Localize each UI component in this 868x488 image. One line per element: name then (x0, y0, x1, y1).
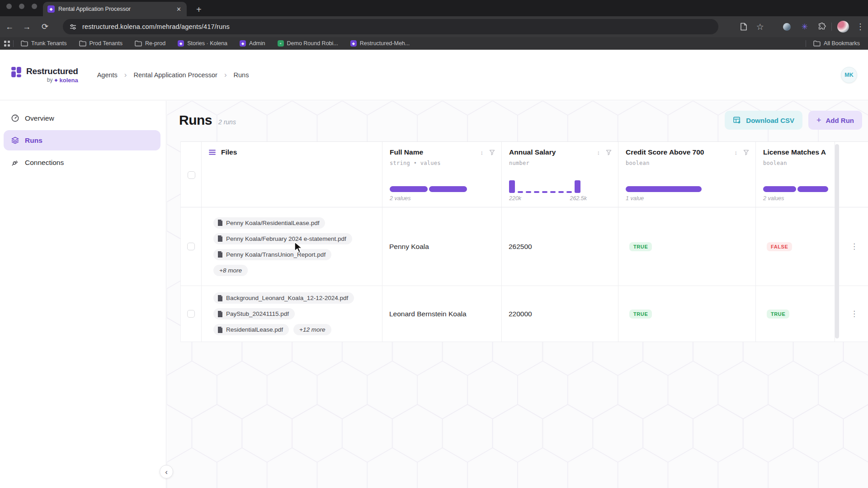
file-chip[interactable]: Background_Leonard_Koala_12-12-2024.pdf (213, 292, 354, 304)
back-button[interactable]: ← (5, 22, 14, 32)
column-type: boolean (626, 160, 749, 166)
column-header-full-name[interactable]: Full Name ↕ string • values 2 values (382, 142, 502, 207)
table-scrollbar[interactable] (835, 144, 839, 338)
filter-icon[interactable] (743, 150, 749, 155)
row-checkbox[interactable] (187, 243, 195, 250)
select-all-cell (181, 142, 202, 207)
pdf-file-icon (217, 311, 223, 317)
gauge-icon (11, 114, 19, 122)
bookmark-admin[interactable]: ◆ Admin (240, 40, 265, 47)
site-settings-icon[interactable] (69, 23, 77, 31)
sort-icon[interactable]: ↕ (597, 149, 600, 156)
column-header-credit-score[interactable]: Credit Score Above 700 ↕ boolean 1 value (618, 142, 756, 207)
files-cell: Background_Leonard_Koala_12-12-2024.pdf … (202, 286, 382, 342)
reload-button[interactable]: ⟳ (42, 22, 48, 32)
restructured-logo-icon (11, 66, 22, 78)
extensions-puzzle-icon[interactable] (818, 23, 826, 31)
kolena-gem-icon: ◆ (55, 78, 58, 82)
sidebar-item-connections[interactable]: Connections (4, 152, 160, 173)
value-count-label: 2 values (763, 195, 828, 202)
all-bookmarks-button[interactable]: All Bookmarks (813, 40, 860, 47)
pdf-file-icon (217, 251, 223, 258)
column-header-annual-salary[interactable]: Annual Salary ↕ number 220k 262 (502, 142, 618, 207)
boolean-badge-true: TRUE (767, 310, 789, 319)
sidebar-item-runs[interactable]: Runs (4, 130, 160, 150)
bookmark-restructured-meh[interactable]: ◆ Restructured-Meh... (350, 40, 410, 47)
row-actions-cell: ⋮ (840, 286, 868, 342)
main-content: Runs 2 runs Download CSV + Add Run (167, 101, 868, 488)
sidebar: Overview Runs Connections (0, 101, 166, 488)
filter-icon[interactable] (489, 150, 495, 155)
table-row[interactable]: Background_Leonard_Koala_12-12-2024.pdf … (180, 286, 868, 342)
extension-icon[interactable] (783, 23, 791, 31)
select-all-checkbox[interactable] (188, 171, 195, 179)
table-row[interactable]: Penny Koala/ResidentialLease.pdf Penny K… (180, 207, 868, 286)
apps-grid-icon[interactable] (4, 40, 10, 47)
reading-mode-icon[interactable] (740, 23, 747, 31)
row-checkbox[interactable] (187, 310, 195, 318)
window-zoom-button[interactable] (32, 4, 37, 9)
tab-favicon-icon: ◆ (47, 5, 55, 13)
bookmark-folder-trunk-tenants[interactable]: Trunk Tenants (21, 40, 67, 47)
extension-flower-icon[interactable]: ✳ (802, 22, 808, 32)
boolean-badge-false: FALSE (767, 242, 792, 251)
browser-menu-icon[interactable]: ⋮ (856, 22, 864, 32)
user-avatar[interactable]: MK (841, 67, 857, 83)
breadcrumb-separator-icon: › (124, 70, 127, 80)
browser-tab[interactable]: ◆ Rental Application Processor ✕ (43, 2, 187, 16)
bookmark-stories-kolena[interactable]: ◆ Stories · Kolena (178, 40, 227, 47)
brand-logo[interactable]: Restructured by ◆ kolena (11, 66, 78, 84)
tab-close-icon[interactable]: ✕ (175, 6, 182, 13)
row-menu-icon[interactable]: ⋮ (850, 309, 859, 319)
window-close-button[interactable] (6, 4, 12, 9)
row-select-cell (181, 207, 202, 286)
sidebar-item-overview[interactable]: Overview (4, 108, 160, 128)
column-type: string • values (390, 160, 495, 166)
file-chip[interactable]: Penny Koala/February 2024 e-statement.pd… (213, 233, 352, 244)
bookmark-demo-round-robin[interactable]: + Demo Round Robi... (278, 40, 338, 47)
row-menu-icon[interactable]: ⋮ (850, 242, 859, 251)
value-distribution-bar (626, 186, 749, 192)
page-title: Runs (179, 113, 212, 128)
window-controls[interactable] (6, 4, 37, 9)
bookmark-folder-re-prod[interactable]: Re-prod (135, 40, 165, 47)
pdf-file-icon (217, 327, 223, 333)
add-run-button[interactable]: + Add Run (808, 111, 862, 130)
kolena-favicon: ◆ (240, 40, 246, 47)
browser-profile-avatar[interactable] (837, 21, 849, 33)
sort-icon[interactable]: ↕ (735, 149, 738, 156)
url-text[interactable]: restructured.kolena.com/mehrad/agents/41… (82, 23, 230, 30)
menu-hamburger-icon[interactable] (209, 150, 216, 155)
sidebar-collapse-button[interactable]: ‹ (160, 465, 173, 479)
breadcrumb-agents[interactable]: Agents (97, 71, 118, 79)
plug-icon (11, 158, 19, 167)
file-chip[interactable]: Penny Koala/TransUnion_Report.pdf (213, 249, 331, 260)
url-bar[interactable]: restructured.kolena.com/mehrad/agents/41… (63, 19, 718, 34)
forward-button[interactable]: → (23, 22, 31, 32)
runs-count: 2 runs (218, 118, 236, 126)
bookmark-star-icon[interactable]: ☆ (756, 22, 764, 32)
column-header-license-matches[interactable]: License Matches A boolean 2 values (756, 142, 835, 207)
sort-icon[interactable]: ↕ (481, 149, 484, 156)
breadcrumb-runs[interactable]: Runs (234, 71, 249, 79)
new-tab-button[interactable]: + (196, 5, 202, 14)
breadcrumb-agent-name[interactable]: Rental Application Processor (133, 71, 217, 79)
bookmark-folder-prod-tenants[interactable]: Prod Tenants (79, 40, 123, 47)
window-minimize-button[interactable] (19, 4, 24, 9)
more-files-chip[interactable]: +12 more (293, 324, 331, 335)
value-distribution-bar (390, 186, 495, 192)
chevron-left-icon: ‹ (165, 468, 168, 476)
file-chip[interactable]: PayStub_20241115.pdf (213, 308, 295, 319)
full-name-cell: Leonard Bernstein Koala (382, 286, 502, 342)
filter-icon[interactable] (606, 150, 612, 155)
layers-icon (11, 136, 19, 145)
brand-by: by (47, 77, 53, 83)
value-count-label: 2 values (390, 195, 495, 202)
file-chip[interactable]: ResidentialLease.pdf (213, 324, 289, 335)
tab-strip: ◆ Rental Application Processor ✕ + (0, 0, 868, 16)
download-csv-button[interactable]: Download CSV (725, 111, 802, 130)
column-header-files[interactable]: Files (202, 142, 382, 207)
file-chip[interactable]: Penny Koala/ResidentialLease.pdf (213, 217, 325, 229)
bookmarks-bar: Trunk Tenants Prod Tenants Re-prod ◆ Sto… (0, 37, 868, 50)
more-files-chip[interactable]: +8 more (213, 265, 248, 276)
